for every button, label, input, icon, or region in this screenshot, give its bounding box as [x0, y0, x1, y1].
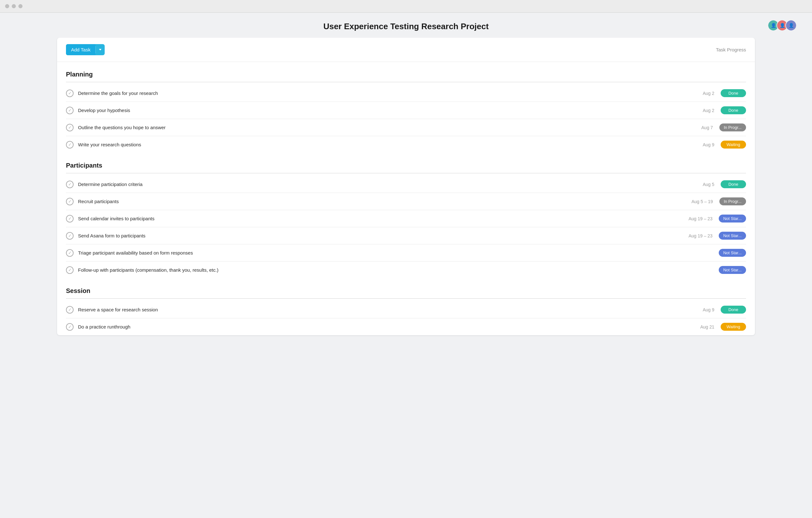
add-task-button[interactable]: Add Task — [66, 44, 105, 55]
task-name: Outline the questions you hope to answer — [78, 125, 701, 130]
task-name: Send calendar invites to participants — [78, 216, 689, 221]
task-name: Do a practice runthrough — [78, 324, 700, 329]
task-status-badge[interactable]: In Progr... — [719, 197, 746, 206]
task-checkbox[interactable]: ✓ — [66, 249, 74, 257]
sections-container: Planning✓Determine the goals for your re… — [57, 62, 755, 335]
task-checkbox[interactable]: ✓ — [66, 232, 74, 240]
task-row[interactable]: ✓Determine the goals for your researchAu… — [66, 85, 746, 102]
section-header-participants: Participants — [66, 153, 746, 176]
task-checkbox[interactable]: ✓ — [66, 107, 74, 114]
task-row[interactable]: ✓Send Asana form to participantsAug 19 –… — [66, 227, 746, 244]
task-name: Develop your hypothesis — [78, 108, 702, 113]
task-checkbox[interactable]: ✓ — [66, 198, 74, 206]
task-status-badge[interactable]: Not Star... — [719, 232, 746, 240]
section-planning: Planning✓Determine the goals for your re… — [57, 62, 755, 153]
task-row[interactable]: ✓Reserve a space for research sessionAug… — [66, 301, 746, 318]
section-title-session: Session — [66, 287, 746, 299]
task-status-badge[interactable]: Waiting — [721, 323, 746, 331]
task-name: Determine participation criteria — [78, 182, 702, 187]
task-status-badge[interactable]: Not Star... — [719, 215, 746, 222]
task-status-badge[interactable]: Not Star... — [719, 266, 746, 274]
task-status-badge[interactable]: Done — [721, 180, 746, 188]
section-title-participants: Participants — [66, 162, 746, 173]
task-checkbox[interactable]: ✓ — [66, 306, 74, 313]
task-name: Determine the goals for your research — [78, 90, 702, 96]
task-status-badge[interactable]: Done — [721, 306, 746, 313]
task-row[interactable]: ✓Send calendar invites to participantsAu… — [66, 210, 746, 227]
task-name: Send Asana form to participants — [78, 233, 689, 238]
task-checkbox[interactable]: ✓ — [66, 323, 74, 331]
task-date: Aug 5 – 19 — [692, 199, 713, 204]
task-date: Aug 21 — [700, 324, 714, 329]
task-name: Reserve a space for research session — [78, 307, 702, 312]
task-checkbox[interactable]: ✓ — [66, 124, 74, 131]
task-checkbox[interactable]: ✓ — [66, 181, 74, 188]
task-status-badge[interactable]: Done — [721, 106, 746, 114]
task-date: Aug 19 – 23 — [689, 216, 713, 221]
task-name: Triage participant availability based on… — [78, 250, 713, 255]
minimize-button[interactable] — [12, 4, 16, 8]
task-checkbox[interactable]: ✓ — [66, 215, 74, 222]
titlebar — [0, 0, 812, 13]
task-row[interactable]: ✓Triage participant availability based o… — [66, 244, 746, 262]
task-row[interactable]: ✓Follow-up with participants (compensati… — [66, 262, 746, 278]
avatar-img-3: 👤 — [786, 20, 796, 30]
task-row[interactable]: ✓Outline the questions you hope to answe… — [66, 119, 746, 136]
task-row[interactable]: ✓Develop your hypothesisAug 2Done — [66, 102, 746, 119]
maximize-button[interactable] — [19, 4, 23, 8]
add-task-label: Add Task — [66, 44, 95, 55]
task-card: Add Task Task Progress Planning✓Determin… — [57, 38, 755, 335]
task-row[interactable]: ✓Determine participation criteriaAug 5Do… — [66, 176, 746, 193]
close-button[interactable] — [5, 4, 9, 8]
traffic-lights — [5, 4, 23, 8]
add-task-dropdown[interactable] — [95, 46, 105, 53]
page-title: User Experience Testing Research Project — [323, 22, 489, 31]
task-date: Aug 9 — [702, 142, 714, 147]
task-date: Aug 5 — [702, 182, 714, 187]
section-participants: Participants✓Determine participation cri… — [57, 153, 755, 278]
avatar-group: 👤 👤 👤 — [767, 20, 797, 31]
main-content: Add Task Task Progress Planning✓Determin… — [0, 38, 812, 518]
task-checkbox[interactable]: ✓ — [66, 141, 74, 148]
task-row[interactable]: ✓Do a practice runthroughAug 21Waiting — [66, 318, 746, 335]
section-title-planning: Planning — [66, 71, 746, 82]
avatar-3: 👤 — [785, 20, 797, 31]
app-window: User Experience Testing Research Project… — [0, 0, 812, 518]
task-status-badge[interactable]: Waiting — [721, 141, 746, 148]
task-date: Aug 2 — [702, 108, 714, 113]
chevron-down-icon — [99, 49, 102, 51]
card-toolbar: Add Task Task Progress — [57, 38, 755, 62]
task-name: Write your research questions — [78, 142, 702, 147]
task-status-badge[interactable]: Done — [721, 89, 746, 97]
task-name: Recruit participants — [78, 199, 692, 204]
section-header-session: Session — [66, 278, 746, 301]
task-status-badge[interactable]: In Progr... — [719, 124, 746, 131]
task-date: Aug 19 – 23 — [689, 233, 713, 238]
task-date: Aug 9 — [702, 307, 714, 312]
task-date: Aug 2 — [702, 91, 714, 96]
page-header: User Experience Testing Research Project… — [0, 13, 812, 38]
section-session: Session✓Reserve a space for research ses… — [57, 278, 755, 335]
task-checkbox[interactable]: ✓ — [66, 89, 74, 97]
task-row[interactable]: ✓Write your research questionsAug 9Waiti… — [66, 136, 746, 153]
section-header-planning: Planning — [66, 62, 746, 85]
task-progress-label: Task Progress — [716, 47, 746, 52]
task-name: Follow-up with participants (compensatio… — [78, 267, 713, 273]
task-date: Aug 7 — [701, 125, 713, 130]
task-row[interactable]: ✓Recruit participantsAug 5 – 19In Progr.… — [66, 193, 746, 210]
task-status-badge[interactable]: Not Star... — [719, 249, 746, 257]
task-checkbox[interactable]: ✓ — [66, 266, 74, 274]
